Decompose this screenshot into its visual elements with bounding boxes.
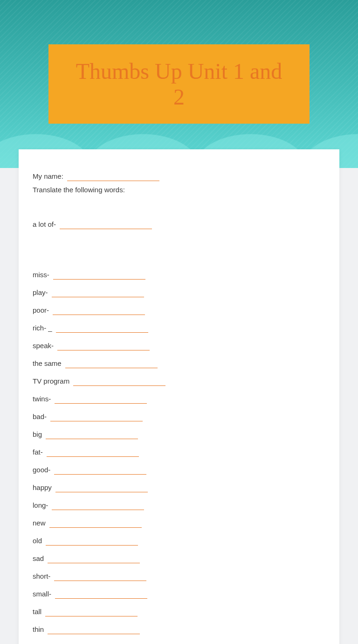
word-row: thin <box>33 621 325 634</box>
name-label: My name: <box>33 172 67 181</box>
word-row: good- <box>33 462 325 475</box>
worksheet-title: Thumbs Up Unit 1 and 2 <box>72 58 286 110</box>
word-input-sad[interactable] <box>48 553 140 563</box>
word-row: new <box>33 515 325 528</box>
word-label: short- <box>33 572 54 581</box>
worksheet-body: My name: Translate the following words: … <box>19 149 339 644</box>
word-input-good[interactable] <box>54 464 146 475</box>
word-row: long- <box>33 497 325 510</box>
word-row: tall <box>33 603 325 616</box>
word-label: miss- <box>33 271 53 280</box>
word-input-long[interactable] <box>52 500 144 510</box>
word-label: fat- <box>33 448 47 457</box>
word-row: poor- <box>33 302 325 315</box>
word-label: small- <box>33 590 55 599</box>
word-row: a lot of- <box>33 216 325 229</box>
spacer <box>33 234 325 266</box>
word-row: play- <box>33 284 325 297</box>
word-label: rich- _ <box>33 324 56 333</box>
word-label: play- <box>33 288 52 297</box>
word-input-short[interactable] <box>54 571 146 581</box>
word-input-tv-program[interactable] <box>73 376 165 386</box>
word-input-new[interactable] <box>49 518 142 528</box>
word-row: big <box>33 426 325 439</box>
word-row: miss- <box>33 266 325 280</box>
word-row: bad- <box>33 408 325 421</box>
spacer <box>33 203 325 216</box>
word-input-rich[interactable] <box>56 322 148 333</box>
word-input-twins[interactable] <box>55 393 147 404</box>
word-row: small- <box>33 586 325 599</box>
word-label: the same <box>33 359 65 368</box>
word-input-speak[interactable] <box>57 340 150 350</box>
word-input-fat[interactable] <box>47 447 139 457</box>
word-label: twins- <box>33 395 55 404</box>
word-label: happy <box>33 483 55 492</box>
word-label: big <box>33 430 46 439</box>
word-input-old[interactable] <box>46 535 138 546</box>
word-input-bad[interactable] <box>50 411 143 421</box>
word-row: sad <box>33 550 325 563</box>
word-label: poor- <box>33 306 53 315</box>
word-label: long- <box>33 501 52 510</box>
word-row: twins- <box>33 391 325 404</box>
word-label: speak- <box>33 342 57 350</box>
word-input-play[interactable] <box>52 287 144 297</box>
word-input-small[interactable] <box>55 588 147 599</box>
word-row: rich- _ <box>33 320 325 333</box>
word-row: short- <box>33 568 325 581</box>
word-input-happy[interactable] <box>55 482 148 492</box>
word-label: tall <box>33 608 45 616</box>
word-input-poor[interactable] <box>53 305 145 315</box>
word-label: old <box>33 537 46 546</box>
word-input-a-lot-of[interactable] <box>60 219 152 229</box>
word-label: a lot of- <box>33 220 60 229</box>
word-row: the same <box>33 355 325 368</box>
name-input[interactable] <box>67 171 159 181</box>
title-box: Thumbs Up Unit 1 and 2 <box>48 44 310 124</box>
name-row: My name: <box>33 168 325 181</box>
word-row: fat- <box>33 444 325 457</box>
word-label: bad- <box>33 413 50 421</box>
word-row: happy <box>33 479 325 492</box>
word-input-thin[interactable] <box>48 624 140 634</box>
word-row: speak- <box>33 337 325 350</box>
instruction-text: Translate the following words: <box>33 186 325 194</box>
word-label: sad <box>33 554 48 563</box>
word-input-miss[interactable] <box>53 269 145 280</box>
word-input-tall[interactable] <box>45 606 138 616</box>
word-row: TV program <box>33 373 325 386</box>
word-label: thin <box>33 625 48 634</box>
word-input-the-same[interactable] <box>65 358 158 368</box>
word-input-big[interactable] <box>46 429 138 439</box>
word-row: old <box>33 532 325 546</box>
worksheet-header: Thumbs Up Unit 1 and 2 <box>0 0 358 168</box>
word-label: good- <box>33 466 54 475</box>
word-label: TV program <box>33 377 73 386</box>
word-label: new <box>33 519 49 528</box>
